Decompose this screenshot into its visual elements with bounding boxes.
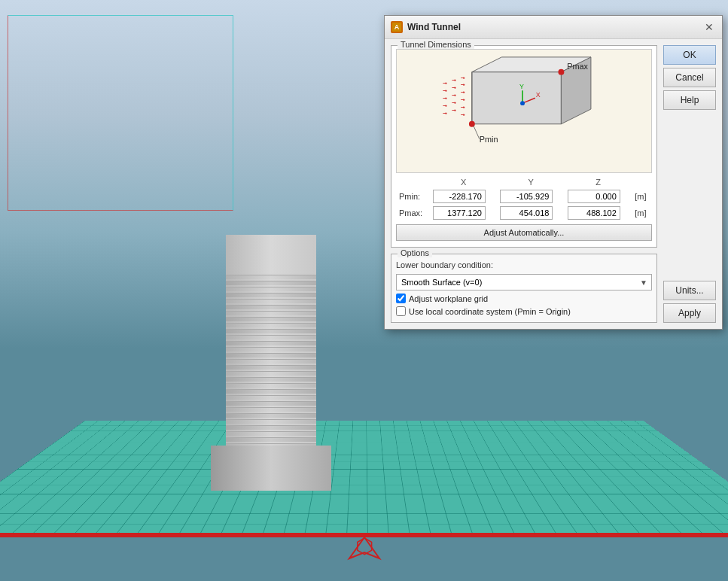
svg-text:→: →: [442, 102, 448, 109]
svg-text:→: →: [451, 77, 457, 84]
pmax-y-input[interactable]: [500, 206, 553, 220]
building-model: [211, 235, 331, 491]
pmax-x-input[interactable]: [433, 206, 486, 220]
ok-button[interactable]: OK: [663, 45, 716, 65]
local-coord-checkbox-row[interactable]: Use local coordinate system (Pmin = Orig…: [396, 306, 652, 316]
svg-text:Y: Y: [519, 83, 524, 90]
dialog-main-content: Tunnel Dimensions: [391, 45, 657, 323]
tunnel-diagram: → → → → → → → → → → → → →: [396, 49, 652, 173]
dialog-titlebar: A Wind Tunnel ✕: [385, 16, 722, 39]
units-button[interactable]: Units...: [663, 281, 716, 300]
pmin-y-input[interactable]: [500, 190, 553, 203]
pmax-unit: [m]: [632, 205, 652, 221]
options-group: Options Lower boundary condition: Smooth…: [391, 254, 657, 323]
apply-button[interactable]: Apply: [663, 303, 716, 323]
direction-arrow: [342, 536, 387, 566]
local-coord-checkbox[interactable]: [396, 306, 406, 316]
svg-point-26: [469, 121, 475, 127]
svg-text:→: →: [442, 110, 448, 117]
svg-text:Pmin: Pmin: [480, 135, 498, 144]
adjust-workplane-label: Adjust workplane grid: [409, 294, 488, 303]
col-header-x: X: [430, 176, 497, 188]
local-coord-label: Use local coordinate system (Pmin = Orig…: [409, 307, 571, 316]
pmax-z-input[interactable]: [568, 206, 620, 220]
tunnel-dimensions-group: Tunnel Dimensions: [391, 45, 657, 248]
pmax-label: Pmax:: [396, 205, 430, 221]
col-header-y: Y: [497, 176, 564, 188]
svg-text:→: →: [442, 80, 448, 87]
svg-text:→: →: [460, 89, 466, 96]
coord-table: X Y Z Pmin: [m]: [396, 176, 652, 221]
adjust-workplane-checkbox[interactable]: [396, 294, 406, 303]
pmax-row: Pmax: [m]: [396, 205, 652, 221]
pmin-row: Pmin: [m]: [396, 188, 652, 205]
grid-floor: [0, 421, 728, 536]
cancel-button[interactable]: Cancel: [663, 68, 716, 87]
dialog-body: Tunnel Dimensions: [385, 39, 722, 329]
pmin-z-input[interactable]: [568, 190, 620, 203]
svg-text:Pmax: Pmax: [567, 62, 588, 71]
options-inner: Lower boundary condition: Smooth Surface…: [396, 260, 652, 316]
svg-text:→: →: [442, 95, 448, 102]
pmin-unit: [m]: [632, 188, 652, 205]
pmin-label: Pmin:: [396, 188, 430, 205]
svg-text:→: →: [460, 104, 466, 111]
svg-text:→: →: [460, 96, 466, 103]
svg-text:A: A: [394, 23, 400, 31]
building-base: [211, 446, 331, 491]
svg-text:→: →: [442, 87, 448, 94]
options-legend: Options: [398, 248, 432, 257]
dialog-icon: A: [391, 21, 403, 33]
svg-point-33: [520, 101, 525, 105]
svg-marker-0: [349, 537, 379, 558]
svg-text:→: →: [460, 75, 466, 81]
boundary-dropdown-wrapper: Smooth Surface (v=0) Rough Surface Slip …: [396, 274, 652, 290]
pmin-x-input[interactable]: [433, 190, 486, 203]
tunnel-svg: → → → → → → → → → → → → →: [397, 50, 651, 172]
dialog-side-buttons: OK Cancel Help Units... Apply: [663, 45, 716, 323]
viewport-corner-box: [8, 15, 233, 211]
wind-tunnel-dialog: A Wind Tunnel ✕ Tunnel Dimensions: [384, 15, 723, 330]
svg-text:→: →: [460, 111, 466, 118]
tunnel-dimensions-legend: Tunnel Dimensions: [398, 40, 474, 49]
svg-text:X: X: [536, 91, 541, 99]
boundary-condition-dropdown[interactable]: Smooth Surface (v=0) Rough Surface Slip …: [396, 274, 652, 290]
close-button[interactable]: ✕: [702, 20, 716, 34]
adjust-automatically-button[interactable]: Adjust Automatically...: [396, 224, 652, 241]
svg-text:→: →: [451, 92, 457, 99]
svg-text:→: →: [451, 84, 457, 91]
svg-text:→: →: [451, 107, 457, 114]
lower-boundary-label: Lower boundary condition:: [396, 260, 652, 269]
svg-text:→: →: [460, 81, 466, 88]
svg-text:→: →: [451, 99, 457, 106]
col-header-z: Z: [565, 176, 632, 188]
svg-marker-4: [472, 72, 562, 124]
svg-point-24: [558, 69, 564, 75]
adjust-workplane-checkbox-row[interactable]: Adjust workplane grid: [396, 294, 652, 303]
dialog-title: Wind Tunnel: [407, 22, 698, 32]
help-button[interactable]: Help: [663, 90, 716, 110]
